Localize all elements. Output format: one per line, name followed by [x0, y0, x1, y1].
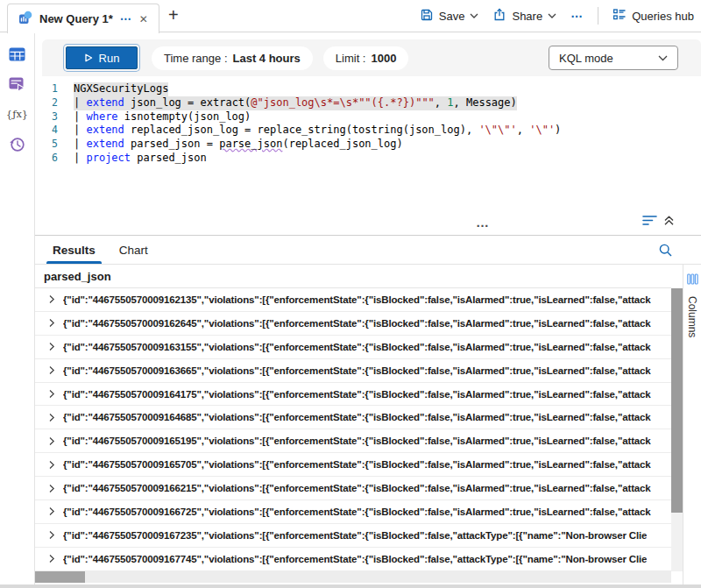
tab-results[interactable]: Results	[53, 236, 96, 264]
table-row[interactable]: {"id":"4467550570009164685","violations"…	[35, 406, 671, 429]
table-row[interactable]: {"id":"4467550570009166725","violations"…	[35, 500, 671, 524]
queries-hub-label: Queries hub	[632, 10, 694, 23]
saved-scripts-icon[interactable]	[9, 75, 26, 93]
row-json-text: {"id":"4467550570009164175","violations"…	[63, 389, 651, 400]
code-line[interactable]: 6| project parsed_json	[35, 152, 701, 166]
row-json-text: {"id":"4467550570009165705","violations"…	[63, 459, 651, 470]
limit-picker[interactable]: Limit : 1000	[323, 46, 409, 70]
table-row[interactable]: {"id":"4467550570009163665","violations"…	[35, 359, 671, 383]
column-header-label: parsed_json	[44, 270, 111, 283]
expand-chevron-icon[interactable]	[47, 530, 63, 540]
outline-lines-icon[interactable]	[642, 214, 657, 230]
tab-close-icon[interactable]: ✕	[139, 13, 148, 25]
expand-chevron-icon[interactable]	[47, 436, 63, 446]
expand-chevron-icon[interactable]	[47, 294, 63, 304]
expand-chevron-icon[interactable]	[47, 365, 63, 375]
vertical-scrollbar-thumb[interactable]	[671, 288, 683, 513]
table-row[interactable]: {"id":"4467550570009165705","violations"…	[35, 453, 671, 477]
columns-panel-label: Columns	[686, 296, 698, 337]
table-row[interactable]: {"id":"4467550570009162645","violations"…	[35, 312, 671, 336]
row-json-text: {"id":"4467550570009167745","violations"…	[63, 554, 647, 564]
query-history-icon[interactable]	[9, 135, 26, 152]
bottom-edge	[0, 584, 701, 588]
row-json-text: {"id":"4467550570009162135","violations"…	[63, 294, 651, 305]
table-row[interactable]: {"id":"4467550570009166215","violations"…	[35, 477, 671, 500]
row-json-text: {"id":"4467550570009164685","violations"…	[63, 412, 651, 422]
row-json-text: {"id":"4467550570009166215","violations"…	[63, 483, 651, 493]
play-icon	[84, 53, 93, 62]
expand-chevron-icon[interactable]	[47, 389, 63, 399]
code-line[interactable]: 3| where isnotempty(json_log)	[35, 110, 701, 124]
queries-hub-icon	[612, 8, 627, 25]
horizontal-scrollbar-thumb[interactable]	[35, 571, 85, 583]
limit-value: 1000	[371, 52, 396, 65]
expand-chevron-icon[interactable]	[47, 318, 63, 328]
query-toolbar: Run Time range : Last 4 hours Limit : 10…	[42, 39, 701, 76]
line-number: 4	[35, 124, 58, 138]
row-json-text: {"id":"4467550570009167235","violations"…	[63, 530, 647, 541]
code-line[interactable]: 2| extend json_log = extract(@"json_log\…	[35, 96, 701, 110]
time-range-picker[interactable]: Time range : Last 4 hours	[152, 46, 313, 70]
tab-more-icon[interactable]: ⋯	[120, 12, 132, 25]
table-row[interactable]: {"id":"4467550570009167745","violations"…	[35, 548, 671, 571]
top-actions: Save Share ⋯	[420, 0, 694, 32]
expand-chevron-icon[interactable]	[47, 460, 63, 470]
code-text: | extend json_log = extract(@"json_log\s…	[74, 96, 517, 110]
line-number: 1	[35, 82, 58, 96]
limit-label: Limit :	[336, 52, 366, 65]
search-icon[interactable]	[658, 243, 673, 261]
table-row[interactable]: {"id":"4467550570009165195","violations"…	[35, 429, 671, 453]
query-tab[interactable]: New Query 1* ⋯ ✕	[7, 4, 159, 33]
row-json-text: {"id":"4467550570009166725","violations"…	[63, 507, 651, 517]
result-rows: {"id":"4467550570009162135","violations"…	[35, 288, 671, 571]
share-chevron-down-icon	[548, 13, 556, 18]
horizontal-scrollbar[interactable]	[35, 571, 671, 583]
new-tab-button[interactable]: +	[168, 5, 179, 25]
tab-title: New Query 1*	[39, 12, 113, 25]
expand-chevron-icon[interactable]	[47, 342, 63, 351]
row-json-text: {"id":"4467550570009165195","violations"…	[63, 436, 651, 446]
code-text: | extend parsed_json = parse_json(replac…	[74, 138, 403, 152]
code-text: | project parsed_json	[74, 152, 207, 166]
code-line[interactable]: 1NGXSecurityLogs	[35, 82, 701, 96]
code-line[interactable]: 4| extend replaced_json_log = replace_st…	[35, 124, 701, 138]
line-number: 6	[35, 152, 58, 166]
column-header-parsed-json[interactable]: parsed_json	[35, 265, 671, 288]
line-number: 2	[35, 96, 58, 110]
save-button[interactable]: Save	[420, 8, 479, 25]
top-tab-bar: New Query 1* ⋯ ✕ + Save	[0, 0, 701, 32]
collapse-editor-icon[interactable]	[663, 214, 675, 230]
expand-chevron-icon[interactable]	[47, 484, 63, 493]
line-number: 3	[35, 110, 58, 124]
row-json-text: {"id":"4467550570009162645","violations"…	[63, 318, 651, 329]
expand-chevron-icon[interactable]	[47, 507, 63, 516]
table-row[interactable]: {"id":"4467550570009164175","violations"…	[35, 383, 671, 407]
expand-chevron-icon[interactable]	[47, 413, 63, 422]
time-range-label: Time range :	[164, 52, 228, 65]
run-button[interactable]: Run	[66, 46, 138, 69]
query-editor[interactable]: 1NGXSecurityLogs2| extend json_log = ext…	[35, 76, 701, 209]
table-row[interactable]: {"id":"4467550570009162135","violations"…	[35, 288, 671, 312]
app-window: New Query 1* ⋯ ✕ + Save	[0, 0, 701, 588]
code-text: | extend replaced_json_log = replace_str…	[74, 124, 561, 138]
vertical-scrollbar[interactable]	[671, 288, 683, 571]
query-app-icon	[18, 11, 32, 28]
query-mode-value: KQL mode	[559, 52, 613, 65]
table-row[interactable]: {"id":"4467550570009163155","violations"…	[35, 336, 671, 359]
row-json-text: {"id":"4467550570009163155","violations"…	[63, 342, 651, 352]
expand-chevron-icon[interactable]	[47, 554, 63, 563]
results-panel: Results Chart parsed_json {"id":"4467550…	[35, 235, 701, 588]
more-actions-button[interactable]: ⋯	[570, 9, 584, 23]
query-mode-select[interactable]: KQL mode	[549, 46, 678, 70]
functions-icon[interactable]: {ƒx}	[9, 105, 26, 123]
share-button[interactable]: Share	[492, 8, 556, 25]
tab-chart[interactable]: Chart	[119, 244, 148, 257]
panel-splitter-handle[interactable]: …	[476, 215, 490, 230]
queries-hub-button[interactable]: Queries hub	[612, 8, 694, 25]
connections-table-icon[interactable]	[9, 46, 26, 63]
columns-side-panel[interactable]: Columns	[683, 265, 701, 588]
table-row[interactable]: {"id":"4467550570009167235","violations"…	[35, 524, 671, 548]
left-sidebar: {ƒx}	[0, 32, 35, 588]
code-line[interactable]: 5| extend parsed_json = parse_json(repla…	[35, 138, 701, 152]
save-chevron-down-icon	[470, 13, 478, 18]
